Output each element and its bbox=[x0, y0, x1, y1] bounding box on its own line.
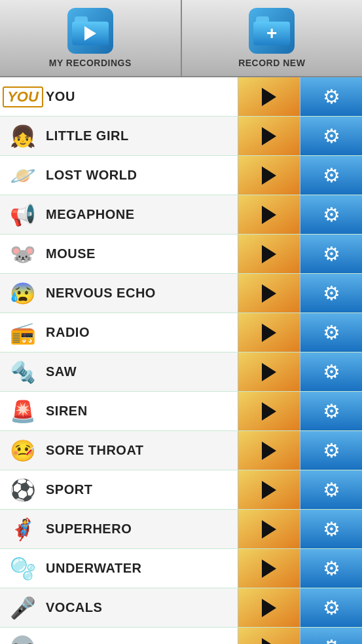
gear-icon: ⚙ bbox=[323, 400, 340, 423]
emoji-siren: 🚨 bbox=[10, 399, 36, 424]
settings-button-sore-throat[interactable]: ⚙ bbox=[300, 431, 362, 470]
item-buttons-sore-throat: ⚙ bbox=[238, 431, 362, 470]
gear-icon: ⚙ bbox=[323, 518, 340, 540]
settings-button-radio[interactable]: ⚙ bbox=[300, 313, 362, 352]
emoji-sport: ⚽ bbox=[10, 478, 36, 502]
emoji-vocals: 🎤 bbox=[10, 596, 36, 620]
item-icon-saw: 🔩 bbox=[0, 360, 46, 385]
settings-button-little-girl[interactable]: ⚙ bbox=[300, 117, 362, 155]
gear-icon: ⚙ bbox=[323, 203, 340, 226]
item-buttons-radio: ⚙ bbox=[238, 313, 362, 352]
item-buttons-vocals: ⚙ bbox=[238, 588, 362, 627]
gear-icon: ⚙ bbox=[323, 557, 340, 580]
settings-button-nervous-echo[interactable]: ⚙ bbox=[300, 274, 362, 313]
play-triangle-icon bbox=[262, 166, 276, 185]
gear-icon: ⚙ bbox=[323, 124, 340, 147]
settings-button-vocals[interactable]: ⚙ bbox=[300, 588, 362, 627]
item-name-alien: ... bbox=[46, 639, 238, 644]
settings-button-superhero[interactable]: ⚙ bbox=[300, 510, 362, 548]
item-icon-underwater: 🫧 bbox=[0, 556, 46, 581]
list-item: 🔩SAW⚙ bbox=[0, 352, 362, 392]
play-button-you[interactable] bbox=[238, 77, 300, 116]
gear-icon: ⚙ bbox=[323, 282, 340, 305]
item-icon-alien: 👽 bbox=[0, 635, 46, 645]
emoji-nervous-echo: 😰 bbox=[10, 281, 36, 306]
item-name-little-girl: LITTLE GIRL bbox=[46, 128, 238, 143]
play-button-vocals[interactable] bbox=[238, 588, 300, 627]
settings-button-mouse[interactable]: ⚙ bbox=[300, 235, 362, 273]
my-recordings-section[interactable]: MY RECORDINGS bbox=[0, 0, 182, 76]
record-new-section[interactable]: + RECORD NEW bbox=[182, 0, 363, 76]
settings-button-siren[interactable]: ⚙ bbox=[300, 392, 362, 430]
emoji-megaphone: 📢 bbox=[10, 202, 36, 227]
play-button-superhero[interactable] bbox=[238, 510, 300, 548]
play-button-alien[interactable] bbox=[238, 628, 300, 644]
emoji-underwater: 🫧 bbox=[10, 556, 36, 581]
item-name-siren: SIREN bbox=[46, 404, 238, 419]
play-button-nervous-echo[interactable] bbox=[238, 274, 300, 313]
play-triangle-icon bbox=[262, 638, 276, 645]
settings-button-megaphone[interactable]: ⚙ bbox=[300, 195, 362, 234]
list-item: ⚽SPORT⚙ bbox=[0, 470, 362, 510]
header: MY RECORDINGS + RECORD NEW bbox=[0, 0, 362, 77]
settings-button-saw[interactable]: ⚙ bbox=[300, 352, 362, 391]
settings-button-alien[interactable]: ⚙ bbox=[300, 628, 362, 644]
gear-icon: ⚙ bbox=[323, 596, 340, 619]
emoji-little-girl: 👧 bbox=[10, 124, 36, 149]
you-badge: YOU bbox=[3, 86, 43, 107]
play-triangle-icon bbox=[262, 559, 276, 578]
emoji-lost-world: 🪐 bbox=[10, 163, 36, 188]
list-item: 😰NERVOUS ECHO⚙ bbox=[0, 274, 362, 313]
play-button-siren[interactable] bbox=[238, 392, 300, 430]
play-triangle-icon bbox=[262, 206, 276, 224]
play-triangle-icon bbox=[262, 127, 276, 145]
settings-button-sport[interactable]: ⚙ bbox=[300, 470, 362, 509]
item-buttons-superhero: ⚙ bbox=[238, 510, 362, 548]
gear-icon: ⚙ bbox=[323, 321, 340, 344]
play-triangle-icon bbox=[262, 599, 276, 617]
folder-plus-icon: + bbox=[266, 24, 277, 43]
item-icon-radio: 📻 bbox=[0, 320, 46, 345]
play-button-underwater[interactable] bbox=[238, 549, 300, 588]
item-buttons-alien: ⚙ bbox=[238, 628, 362, 644]
record-new-icon: + bbox=[249, 8, 295, 54]
list-item: 🎤VOCALS⚙ bbox=[0, 588, 362, 628]
list-item: 👽...⚙ bbox=[0, 628, 362, 644]
gear-icon: ⚙ bbox=[323, 439, 340, 462]
settings-button-lost-world[interactable]: ⚙ bbox=[300, 156, 362, 195]
list-item: YOUYOU⚙ bbox=[0, 77, 362, 117]
recordings-list: YOUYOU⚙👧LITTLE GIRL⚙🪐LOST WORLD⚙📢MEGAPHO… bbox=[0, 77, 362, 644]
item-name-nervous-echo: NERVOUS ECHO bbox=[46, 286, 238, 301]
emoji-radio: 📻 bbox=[10, 320, 36, 345]
item-name-radio: RADIO bbox=[46, 325, 238, 340]
settings-button-you[interactable]: ⚙ bbox=[300, 77, 362, 116]
item-name-underwater: UNDERWATER bbox=[46, 561, 238, 576]
item-buttons-nervous-echo: ⚙ bbox=[238, 274, 362, 313]
emoji-superhero: 🦸 bbox=[10, 517, 36, 542]
settings-button-underwater[interactable]: ⚙ bbox=[300, 549, 362, 588]
play-button-sore-throat[interactable] bbox=[238, 431, 300, 470]
play-button-little-girl[interactable] bbox=[238, 117, 300, 155]
play-button-lost-world[interactable] bbox=[238, 156, 300, 195]
play-button-sport[interactable] bbox=[238, 470, 300, 509]
gear-icon: ⚙ bbox=[323, 478, 340, 501]
gear-icon: ⚙ bbox=[323, 635, 340, 644]
list-item: 🦸SUPERHERO⚙ bbox=[0, 510, 362, 549]
list-item: 📻RADIO⚙ bbox=[0, 313, 362, 352]
app-container: MY RECORDINGS + RECORD NEW YOUYOU⚙👧LITTL… bbox=[0, 0, 362, 644]
play-button-saw[interactable] bbox=[238, 352, 300, 391]
item-buttons-siren: ⚙ bbox=[238, 392, 362, 430]
play-triangle-icon bbox=[262, 88, 276, 106]
item-buttons-saw: ⚙ bbox=[238, 352, 362, 391]
list-item: 🫧UNDERWATER⚙ bbox=[0, 549, 362, 588]
play-triangle-icon bbox=[262, 481, 276, 499]
item-name-you: YOU bbox=[46, 89, 238, 104]
gear-icon: ⚙ bbox=[323, 242, 340, 265]
item-icon-siren: 🚨 bbox=[0, 399, 46, 424]
play-button-radio[interactable] bbox=[238, 313, 300, 352]
item-name-saw: SAW bbox=[46, 364, 238, 379]
folder-shape bbox=[72, 16, 109, 45]
play-button-megaphone[interactable] bbox=[238, 195, 300, 234]
play-button-mouse[interactable] bbox=[238, 235, 300, 273]
item-icon-lost-world: 🪐 bbox=[0, 163, 46, 188]
